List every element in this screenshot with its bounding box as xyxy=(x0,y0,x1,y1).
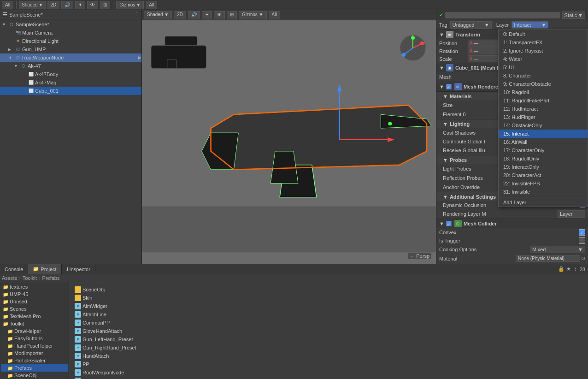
proj-textmesh[interactable]: 📁 TextMesh Pro xyxy=(1,313,68,320)
pos-x-input[interactable]: X — xyxy=(468,40,499,47)
file-gunleft[interactable]: P Gun_LeftHand_Preset xyxy=(73,336,584,343)
layer-item-17[interactable]: 17: CharacterOnly xyxy=(499,146,588,154)
hierarchy-menu-btn[interactable]: ⋮ xyxy=(134,12,139,18)
layer-item-2[interactable]: 2: Ignore Raycast xyxy=(499,47,588,55)
2d-btn[interactable]: 2D xyxy=(47,1,60,9)
layer-item-19[interactable]: 19: InteractOnly xyxy=(499,163,588,171)
proj-toolkit[interactable]: 📁 Toolkit xyxy=(1,320,68,327)
file-sceneobj[interactable]: SceneObj xyxy=(73,286,584,293)
layer-item-14[interactable]: 14: ObstacleOnly xyxy=(499,121,588,130)
audio-btn[interactable]: 🔊 xyxy=(61,1,73,9)
toggle-btn[interactable]: ⊞ xyxy=(100,1,110,9)
project-tab[interactable]: 📁 Project xyxy=(28,264,61,274)
mc-mat-pick[interactable]: ⊙ xyxy=(581,255,585,261)
bottom-menu-btn[interactable]: ⋮ xyxy=(573,266,578,272)
mc-mat-value: None (Physic Material) xyxy=(516,255,580,262)
is-trigger-check[interactable] xyxy=(579,237,585,244)
vp-audio-btn[interactable]: 🔊 xyxy=(188,11,200,19)
layer-item-1[interactable]: 1: TransparentFX xyxy=(499,38,588,47)
file-rootweapon[interactable]: P RootWeaponNode xyxy=(73,369,584,376)
hierarchy-rootweapon[interactable]: ▼ ⬡ RootWeaponNode ▶ xyxy=(0,53,141,62)
hierarchy-dir-light[interactable]: ☀ Directional Light xyxy=(0,37,141,45)
vp-all2-btn[interactable]: All xyxy=(269,11,280,19)
layer-item-20[interactable]: 20: CharacterAct xyxy=(499,171,588,179)
all-gizmos-btn[interactable]: All xyxy=(146,1,157,9)
2d-mode-btn[interactable]: 2D xyxy=(174,11,186,19)
vp-grid-btn[interactable]: ⊞ xyxy=(227,11,237,19)
gizmo-widget: X Y Z xyxy=(399,34,427,62)
proj-modimporter[interactable]: 📁 ModImporter xyxy=(1,349,68,357)
file-gunright[interactable]: P Gun_RightHand_Preset xyxy=(73,344,584,351)
file-aimwidget[interactable]: P AimWidget xyxy=(73,302,584,310)
proj-unused[interactable]: 📁 Unused xyxy=(1,298,68,305)
add-layer-btn[interactable]: Add Layer... xyxy=(499,198,588,207)
hierarchy-all[interactable]: ▼ ⬡ SampleScene* xyxy=(0,20,141,29)
layer-item-13[interactable]: 13: HudFinger xyxy=(499,113,588,121)
vp-fx-btn[interactable]: ✦ xyxy=(202,11,212,19)
layer-item-15[interactable]: 15: Interact xyxy=(499,130,588,138)
layer-item-16[interactable]: 16: AirWall xyxy=(499,138,588,146)
proj-ump45[interactable]: 📁 UMP-45 xyxy=(1,290,68,298)
file-skin[interactable]: Skin xyxy=(73,294,584,302)
hierarchy-cube001[interactable]: ⬜ Cube_001 xyxy=(0,87,141,95)
hierarchy-main-camera[interactable]: 📷 Main Camera xyxy=(0,29,141,37)
viewport[interactable]: Shaded ▼ 2D 🔊 ✦ 👁 ⊞ Gizmos ▼ All xyxy=(142,10,436,264)
bottom-star-btn[interactable]: ★ xyxy=(566,266,571,272)
layer-item-9[interactable]: 9: CharacterObstacle xyxy=(499,80,588,88)
proj-drawhelper[interactable]: 📁 DrawHelper xyxy=(1,327,68,335)
console-tab[interactable]: Console xyxy=(0,264,28,274)
mesh-collider-section[interactable]: ▼ ✓ ⬡ Mesh Collider xyxy=(436,219,588,228)
rot-x-input[interactable]: X — xyxy=(468,47,499,54)
layer-item-18[interactable]: 18: RagdollOnly xyxy=(499,154,588,163)
bottom-lock-btn[interactable]: 🔒 xyxy=(558,266,564,272)
mag-icon: ⬜ xyxy=(28,79,34,86)
shading-mode-btn[interactable]: Shaded ▼ xyxy=(144,11,172,19)
proj-handpose[interactable]: 📁 HandPoseHelper xyxy=(1,342,68,349)
proj-textures[interactable]: 📁 textures xyxy=(1,283,68,290)
static-dropdown[interactable]: Static ▼ xyxy=(562,12,585,19)
layer-item-11[interactable]: 11: RagdollFakePart xyxy=(499,96,588,105)
proj-prefabs[interactable]: 📁 Prefabs xyxy=(1,364,68,372)
file-trail[interactable]: P Trail xyxy=(73,377,584,379)
object-name-field[interactable] xyxy=(445,12,560,18)
file-handattach[interactable]: P HandAttach xyxy=(73,352,584,360)
layer-dropdown-btn[interactable]: Interact ▼ xyxy=(512,21,548,29)
layer-item-8[interactable]: 8: Character xyxy=(499,71,588,80)
proj-sceneobj[interactable]: 📁 SceneObj xyxy=(1,372,68,379)
proj-scenes[interactable]: 📁 Scenes xyxy=(1,305,68,313)
scale-x-input[interactable]: X — xyxy=(468,55,499,62)
layer-item-22[interactable]: 22: InvisibleFPS xyxy=(499,179,588,188)
convex-check[interactable]: ✓ xyxy=(579,229,585,236)
layer-item-10[interactable]: 10: Ragdoll xyxy=(499,88,588,96)
enabled-check[interactable]: ✓ xyxy=(439,12,443,18)
proj-sceneobj-label: SceneObj xyxy=(14,373,36,378)
proj-particlescaler[interactable]: 📁 ParticleScaler xyxy=(1,357,68,364)
proj-easybuttons[interactable]: 📁 EasyButtons xyxy=(1,335,68,342)
tag-dropdown[interactable]: Untagged ▼ xyxy=(450,21,492,29)
shading-dropdown[interactable]: Shaded ▼ xyxy=(19,1,45,9)
hierarchy-ak47[interactable]: ▼ ⬡ Ak-47 xyxy=(0,62,141,70)
layer-item-12[interactable]: 12: HudInteract xyxy=(499,105,588,113)
file-pp[interactable]: P PP xyxy=(73,361,584,368)
hierarchy-ak47mag[interactable]: ⬜ Ak47Mag xyxy=(0,78,141,87)
layer-item-31[interactable]: 31: Invisible xyxy=(499,188,588,196)
vp-scene-vis-btn[interactable]: 👁 xyxy=(214,11,225,19)
effects-btn[interactable]: ✦ xyxy=(75,1,85,9)
mr-enabled[interactable]: ✓ xyxy=(446,84,452,89)
inspector-tab[interactable]: ℹ Inspector xyxy=(62,264,95,274)
gizmos-btn[interactable]: Gizmos ▼ xyxy=(116,1,144,9)
file-attachline[interactable]: P AttachLine xyxy=(73,311,584,318)
hierarchy-gun-ump[interactable]: ▶ ⬡ Gun_UMP xyxy=(0,45,141,53)
scene-vis-btn[interactable]: 👁 xyxy=(87,1,98,9)
file-skin-icon xyxy=(75,295,81,301)
mc-enabled[interactable]: ✓ xyxy=(446,221,452,226)
hierarchy-ak47body[interactable]: ⬜ Ak47Body xyxy=(0,70,141,78)
file-glovehand[interactable]: P GloveHandAttach xyxy=(73,327,584,335)
all-scenes-btn[interactable]: All xyxy=(2,1,13,9)
layer-item-4[interactable]: 4: Water xyxy=(499,55,588,63)
layer-item-5[interactable]: 5: UI xyxy=(499,63,588,71)
file-commonpp[interactable]: P CommonPP xyxy=(73,319,584,326)
cooking-dropdown[interactable]: Mixed... ▼ xyxy=(530,246,585,253)
layer-item-0[interactable]: 0: Default xyxy=(499,30,588,38)
vp-gizmos2-btn[interactable]: Gizmos ▼ xyxy=(239,11,267,19)
